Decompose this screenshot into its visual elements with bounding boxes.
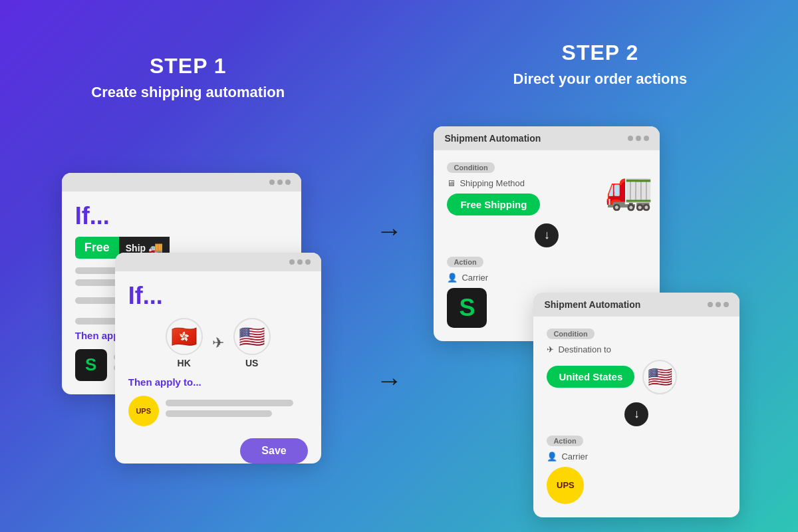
truck-icon-right: 🚛 bbox=[605, 170, 653, 209]
us-flag: 🇺🇸 bbox=[233, 318, 271, 355]
card1-if-text: If... bbox=[75, 202, 288, 230]
step1-subtitle: Create shipping automation bbox=[91, 84, 285, 101]
dot1 bbox=[269, 180, 275, 185]
dot7 bbox=[628, 136, 633, 141]
arrow-down-2: ↓ bbox=[624, 402, 648, 426]
card-right-front-title: Shipment Automation bbox=[544, 299, 640, 310]
shipping-icon: 🖥 bbox=[447, 178, 456, 188]
plane-icon: ✈ bbox=[212, 334, 224, 352]
destination-icon: ✈ bbox=[547, 344, 554, 354]
cards-wrapper-left: If... Free Ship 🚚 ✓ T bbox=[29, 120, 348, 479]
shipbob-s-1: S bbox=[85, 354, 96, 375]
card-right-back-dots bbox=[628, 136, 649, 141]
card1-front-dots bbox=[289, 259, 311, 265]
gray-line-8 bbox=[166, 410, 273, 417]
card-right-front-header: Shipment Automation bbox=[533, 293, 739, 317]
action-badge-1: Action bbox=[447, 257, 483, 267]
card-right-back-title: Shipment Automation bbox=[444, 133, 541, 144]
card-right-front-body: Condition ✈ Destination to United States… bbox=[533, 317, 739, 517]
dot6 bbox=[305, 259, 311, 265]
us-flag-right: 🇺🇸 bbox=[642, 360, 677, 394]
ship-text: Ship bbox=[126, 243, 146, 253]
arrow-2: → bbox=[376, 366, 402, 396]
route-container: 🇭🇰 HK ✈ 🇺🇸 US bbox=[128, 318, 308, 368]
right-side: STEP 2 Direct your order actions Shipmen… bbox=[416, 41, 785, 492]
card-right-back-header: Shipment Automation bbox=[434, 126, 660, 150]
us-label: US bbox=[233, 358, 271, 368]
shipbob-icon-1: S bbox=[75, 349, 107, 381]
dot2 bbox=[277, 180, 283, 185]
dot12 bbox=[724, 302, 729, 307]
dot11 bbox=[716, 302, 721, 307]
ups-text-lg: UPS bbox=[557, 480, 575, 490]
save-button[interactable]: Save bbox=[240, 438, 307, 464]
action-badge-2: Action bbox=[547, 436, 583, 446]
step2-label: STEP 2 bbox=[562, 41, 639, 65]
ups-logo-lg: UPS bbox=[547, 467, 584, 504]
arrow-section: → → bbox=[362, 136, 415, 396]
spacer2 bbox=[166, 400, 308, 422]
card1-front-header bbox=[115, 253, 321, 271]
dot8 bbox=[636, 136, 641, 141]
card1-back-dots bbox=[269, 180, 291, 185]
dot4 bbox=[289, 259, 295, 265]
free-badge: Free bbox=[75, 237, 119, 259]
carrier-label-1: 👤 Carrier bbox=[447, 273, 646, 283]
ups-logo: UPS bbox=[128, 396, 159, 426]
step1-label: STEP 1 bbox=[150, 54, 227, 78]
free-shipping-pill: Free Shipping bbox=[447, 194, 540, 215]
dot5 bbox=[297, 259, 303, 265]
card-right-front: Shipment Automation Condition ✈ Destinat… bbox=[533, 293, 739, 517]
card-right-front-dots bbox=[708, 302, 729, 307]
destination-label: ✈ Destination to bbox=[547, 344, 726, 354]
card1-front-if-text: If... bbox=[128, 282, 308, 310]
step2-subtitle: Direct your order actions bbox=[513, 70, 688, 88]
carrier-row-ups: UPS bbox=[128, 396, 308, 426]
card1-back-header bbox=[62, 173, 301, 192]
card1-front-then-apply: Then apply to... bbox=[128, 376, 308, 388]
hk-label: HK bbox=[166, 358, 203, 368]
condition-badge-2: Condition bbox=[547, 329, 594, 339]
us-container: 🇺🇸 US bbox=[233, 318, 271, 368]
card1-front: If... 🇭🇰 HK ✈ 🇺🇸 US Then apply to... bbox=[115, 253, 321, 464]
left-side: STEP 1 Create shipping automation If... … bbox=[13, 54, 362, 479]
us-row: United States 🇺🇸 bbox=[547, 360, 726, 394]
shipbob-icon-med: S bbox=[447, 288, 487, 328]
dot9 bbox=[644, 136, 649, 141]
save-area: Save bbox=[128, 426, 308, 432]
dot3 bbox=[285, 180, 291, 185]
carrier-row-right-2: UPS bbox=[547, 467, 726, 504]
shipbob-s-med: S bbox=[459, 294, 475, 322]
arrow-1: → bbox=[376, 216, 402, 246]
carrier-label-2: 👤 Carrier bbox=[547, 452, 726, 462]
united-states-pill: United States bbox=[547, 366, 634, 388]
gray-line-7 bbox=[166, 400, 294, 406]
condition-badge-1: Condition bbox=[447, 162, 494, 173]
arrow-down-1: ↓ bbox=[535, 223, 559, 247]
carrier-icon-2: 👤 bbox=[547, 452, 557, 462]
main-container: STEP 1 Create shipping automation If... … bbox=[13, 13, 785, 519]
hk-container: 🇭🇰 HK bbox=[166, 318, 203, 368]
cards-wrapper-right: Shipment Automation Condition 🖥 Shipping… bbox=[434, 106, 766, 492]
carrier-icon-1: 👤 bbox=[447, 273, 458, 283]
ups-text: UPS bbox=[136, 407, 151, 415]
card1-front-body: If... 🇭🇰 HK ✈ 🇺🇸 US Then apply to... bbox=[115, 271, 321, 445]
dot10 bbox=[708, 302, 713, 307]
hk-flag: 🇭🇰 bbox=[166, 318, 203, 355]
